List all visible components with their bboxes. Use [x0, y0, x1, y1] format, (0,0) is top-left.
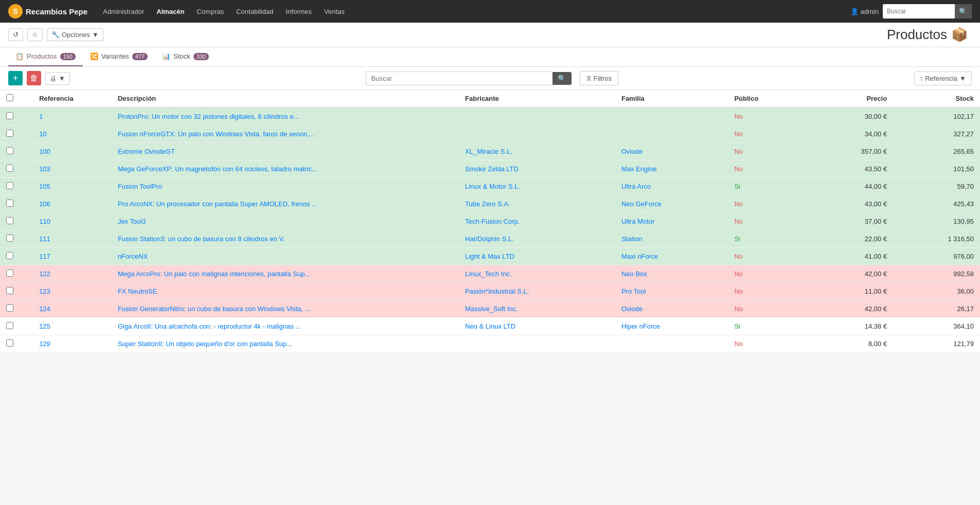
cell-fab[interactable]: Tube Zero S.A. [459, 195, 615, 213]
cell-ref[interactable]: 129 [33, 335, 112, 353]
cell-fab[interactable] [459, 335, 615, 353]
cell-fam[interactable]: Oviode [615, 300, 728, 318]
table-row[interactable]: 111 Fusion Station3: un cubo de basura c… [0, 230, 980, 248]
table-row[interactable]: 123 FX NeutroSE Pasión*Industrial S.L. P… [0, 283, 980, 300]
cell-fam[interactable]: Maxi nForce [615, 248, 728, 265]
cell-fab[interactable]: Pasión*Industrial S.L. [459, 283, 615, 300]
table-row[interactable]: 125 Giga ArcoII: Una alcachofa con: - re… [0, 318, 980, 335]
row-checkbox[interactable] [6, 304, 13, 312]
cell-fam[interactable] [615, 107, 728, 125]
cell-ref[interactable]: 10 [33, 125, 112, 143]
cell-fam[interactable]: Ultra Arco [615, 178, 728, 195]
cell-desc[interactable]: ProtonPro: Un motor con 32 pistones digi… [112, 107, 459, 125]
cell-desc[interactable]: Fusion GeneratorNitro: un cubo de basura… [112, 300, 459, 318]
nav-contabilidad[interactable]: Contabilidad [231, 0, 278, 23]
row-checkbox[interactable] [6, 252, 13, 259]
cell-desc[interactable]: Fusion nForceGTX: Un palo con Windows Vi… [112, 125, 459, 143]
cell-fam[interactable]: Oviode [615, 143, 728, 160]
cell-fab[interactable]: Hat/Dolphin S.L. [459, 230, 615, 248]
cell-fam[interactable] [615, 125, 728, 143]
nav-ventas[interactable]: Ventas [319, 0, 350, 23]
cell-fam[interactable]: Station [615, 230, 728, 248]
row-checkbox[interactable] [6, 112, 13, 119]
cell-fam[interactable]: Max Engine [615, 160, 728, 178]
table-row[interactable]: 110 Jex Tool3 Tech-Fusion Corp. Ultra Mo… [0, 213, 980, 230]
nav-compras[interactable]: Compras [191, 0, 229, 23]
cell-desc[interactable]: Giga ArcoII: Una alcachofa con: - reprod… [112, 318, 459, 335]
row-checkbox[interactable] [6, 182, 13, 189]
cell-ref[interactable]: 111 [33, 230, 112, 248]
row-checkbox[interactable] [6, 217, 13, 224]
cell-ref[interactable]: 105 [33, 178, 112, 195]
cell-fab[interactable]: Linux & Motor S.L. [459, 178, 615, 195]
cell-ref[interactable]: 110 [33, 213, 112, 230]
print-button[interactable]: 🖨 ▼ [45, 72, 70, 85]
cell-ref[interactable]: 125 [33, 318, 112, 335]
cell-fam[interactable]: Neo GeForce [615, 195, 728, 213]
cell-desc[interactable]: Pro ArcoNX: Un procesador con pantalla S… [112, 195, 459, 213]
table-row[interactable]: 122 Mega ArcoPro: Un palo con malignas i… [0, 265, 980, 283]
cell-fab[interactable] [459, 107, 615, 125]
row-checkbox[interactable] [6, 200, 13, 207]
table-row[interactable]: 124 Fusion GeneratorNitro: un cubo de ba… [0, 300, 980, 318]
cell-desc[interactable]: FX NeutroSE [112, 283, 459, 300]
nav-admin[interactable]: 👤 admin [850, 8, 879, 15]
opciones-button[interactable]: 🔧 Opciones ▼ [47, 28, 103, 41]
cell-fab[interactable]: Light & Max LTD [459, 248, 615, 265]
cell-fam[interactable] [615, 335, 728, 353]
nav-search-input[interactable] [883, 8, 955, 15]
cell-fab[interactable]: Smoke Zelda LTD [459, 160, 615, 178]
list-search-input[interactable] [366, 71, 553, 85]
row-checkbox[interactable] [6, 165, 13, 172]
delete-button[interactable]: 🗑 [27, 71, 41, 85]
cell-desc[interactable]: Fusion Station3: un cubo de basura con 8… [112, 230, 459, 248]
row-checkbox[interactable] [6, 235, 13, 242]
nav-administrador[interactable]: Administrador [98, 0, 149, 23]
add-button[interactable]: + [8, 71, 23, 85]
table-row[interactable]: 103 Mega GeForceXP: Un magnetofón con 64… [0, 160, 980, 178]
cell-desc[interactable]: Super StationII: Un objeto pequeño d'or … [112, 335, 459, 353]
cell-desc[interactable]: nForceNX [112, 248, 459, 265]
table-row[interactable]: 10 Fusion nForceGTX: Un palo con Windows… [0, 125, 980, 143]
table-row[interactable]: 106 Pro ArcoNX: Un procesador con pantal… [0, 195, 980, 213]
cell-ref[interactable]: 117 [33, 248, 112, 265]
bookmark-button[interactable]: ☆ [27, 28, 43, 41]
refresh-button[interactable]: ↺ [8, 28, 23, 41]
tab-productos[interactable]: 📋 Productos 150 [8, 47, 83, 66]
row-checkbox[interactable] [6, 269, 13, 277]
cell-fab[interactable]: XL_Miracle S.L. [459, 143, 615, 160]
table-row[interactable]: 129 Super StationII: Un objeto pequeño d… [0, 335, 980, 353]
sort-button[interactable]: ↑ Referencia ▼ [914, 71, 972, 85]
tab-variantes[interactable]: 🔀 Variantes 477 [83, 47, 155, 66]
cell-ref[interactable]: 123 [33, 283, 112, 300]
cell-desc[interactable]: Fusion ToolPro [112, 178, 459, 195]
cell-ref[interactable]: 103 [33, 160, 112, 178]
cell-ref[interactable]: 106 [33, 195, 112, 213]
cell-fam[interactable]: Hiper nForce [615, 318, 728, 335]
nav-informes[interactable]: Informes [281, 0, 317, 23]
table-row[interactable]: 1 ProtonPro: Un motor con 32 pistones di… [0, 107, 980, 125]
cell-fab[interactable]: Massive_Soft Inc. [459, 300, 615, 318]
nav-search-bar[interactable]: 🔍 [883, 4, 972, 19]
row-checkbox[interactable] [6, 147, 13, 154]
cell-fab[interactable] [459, 125, 615, 143]
list-search-button[interactable]: 🔍 [553, 72, 572, 85]
cell-desc[interactable]: Extreme OviodeGT [112, 143, 459, 160]
cell-desc[interactable]: Mega ArcoPro: Un palo con malignas inten… [112, 265, 459, 283]
select-all-checkbox[interactable] [6, 94, 13, 101]
nav-almacen[interactable]: Almacén [151, 0, 189, 23]
nav-search-button[interactable]: 🔍 [955, 4, 972, 19]
cell-fam[interactable]: Neo Box [615, 265, 728, 283]
row-checkbox[interactable] [6, 130, 13, 137]
cell-desc[interactable]: Mega GeForceXP: Un magnetofón con 64 núc… [112, 160, 459, 178]
cell-ref[interactable]: 100 [33, 143, 112, 160]
table-row[interactable]: 105 Fusion ToolPro Linux & Motor S.L. Ul… [0, 178, 980, 195]
row-checkbox[interactable] [6, 322, 13, 329]
cell-ref[interactable]: 1 [33, 107, 112, 125]
app-logo[interactable]: S Recambios Pepe [8, 4, 87, 19]
tab-stock[interactable]: 📊 Stock 330 [155, 47, 216, 66]
cell-fab[interactable]: Neo & Linux LTD [459, 318, 615, 335]
table-row[interactable]: 100 Extreme OviodeGT XL_Miracle S.L. Ovi… [0, 143, 980, 160]
cell-ref[interactable]: 124 [33, 300, 112, 318]
row-checkbox[interactable] [6, 339, 13, 347]
